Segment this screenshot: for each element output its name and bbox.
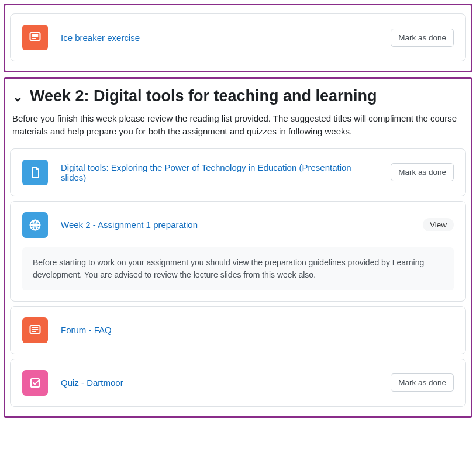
activity-link[interactable]: Forum - FAQ: [61, 325, 454, 335]
activity-actions: Mark as done: [391, 373, 454, 392]
activity-row: Quiz - Dartmoor Mark as done: [22, 370, 454, 396]
globe-icon: [22, 212, 48, 238]
forum-icon: [22, 25, 48, 50]
activity-row: Forum - FAQ: [22, 317, 454, 343]
activity-row: Digital tools: Exploring the Power of Te…: [22, 160, 454, 185]
mark-done-button[interactable]: Mark as done: [391, 373, 454, 392]
activity-link[interactable]: Digital tools: Exploring the Power of Te…: [61, 162, 378, 182]
activity-row: Ice breaker exercise Mark as done: [22, 25, 454, 50]
activity-row: Week 2 - Assignment 1 preparation View: [22, 212, 454, 238]
chevron-down-icon: ⌄: [12, 89, 23, 105]
activity-link[interactable]: Quiz - Dartmoor: [61, 378, 378, 388]
activity-description: Before starting to work on your assignme…: [22, 247, 454, 290]
activity-link[interactable]: Week 2 - Assignment 1 preparation: [61, 220, 410, 230]
activity-card: Forum - FAQ: [10, 306, 466, 354]
section-card: ⌄ Week 2: Digital tools for teaching and…: [4, 77, 472, 418]
activity-actions: Mark as done: [391, 163, 454, 181]
file-icon: [22, 160, 48, 185]
activity-card: Quiz - Dartmoor Mark as done: [10, 359, 466, 407]
section-card: Ice breaker exercise Mark as done: [4, 4, 472, 72]
activity-link[interactable]: Ice breaker exercise: [61, 33, 378, 43]
mark-done-button[interactable]: Mark as done: [391, 163, 454, 181]
mark-done-button[interactable]: Mark as done: [391, 29, 454, 47]
svg-rect-11: [31, 379, 39, 387]
quiz-icon: [22, 370, 48, 396]
activity-card: Ice breaker exercise Mark as done: [10, 13, 466, 61]
activity-actions: Mark as done: [391, 29, 454, 47]
activity-card: Week 2 - Assignment 1 preparation View B…: [10, 201, 466, 302]
activity-actions: View: [423, 218, 454, 231]
forum-icon: [22, 317, 48, 343]
activity-card: Digital tools: Exploring the Power of Te…: [10, 148, 466, 196]
section-description: Before you finish this week please revie…: [10, 110, 466, 144]
section-header[interactable]: ⌄ Week 2: Digital tools for teaching and…: [10, 85, 466, 110]
section-title: Week 2: Digital tools for teaching and l…: [30, 87, 377, 105]
view-badge: View: [423, 218, 454, 231]
